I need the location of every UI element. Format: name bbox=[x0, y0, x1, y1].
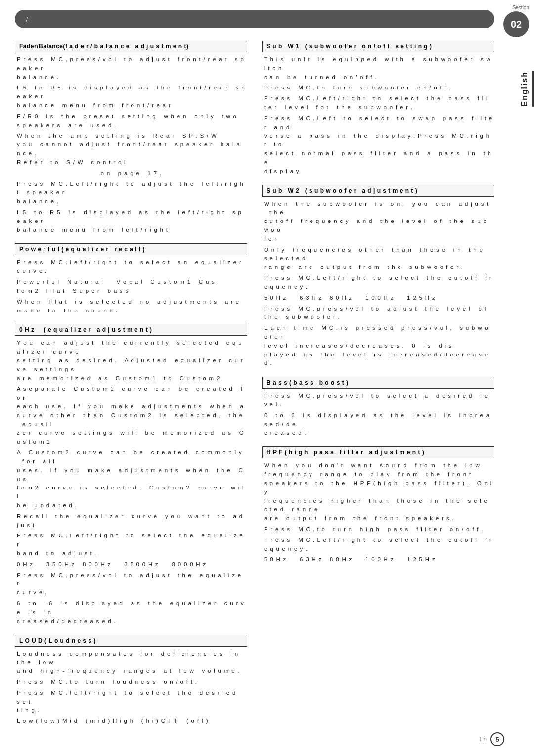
subw1-title: S u b W 1 ( s u b w o o f e r o n / o f … bbox=[262, 41, 494, 52]
section-badge: Section 02 bbox=[503, 5, 529, 37]
fader-balance-section: Fader/Balance(f a d e r / b a l a n c e … bbox=[15, 41, 247, 234]
english-sidebar: English bbox=[519, 40, 534, 138]
footer-page: 5 bbox=[490, 732, 504, 746]
bass-section: B a s s ( b a s s b o o s t ) P r e s s … bbox=[262, 377, 494, 438]
footer-lang: En bbox=[479, 736, 487, 743]
bass-title: B a s s ( b a s s b o o s t ) bbox=[262, 377, 494, 389]
content-grid: Fader/Balance(f a d e r / b a l a n c e … bbox=[15, 41, 494, 735]
powerful-eq-section: P o w e r f u l ( e q u a l i z e r r e … bbox=[15, 243, 247, 315]
section-label: Section bbox=[513, 5, 529, 10]
page-container: Section 02 English ♪ Fader/Balance(f a d… bbox=[0, 0, 534, 756]
subw2-title: S u b W 2 ( s u b w o o f e r a d j u s … bbox=[262, 185, 494, 197]
fader-balance-title: Fader/Balance(f a d e r / b a l a n c e … bbox=[15, 41, 247, 52]
khz-eq-content: Y o u c a n a d j u s t t h e c u r r e … bbox=[15, 339, 247, 625]
right-column: S u b W 1 ( s u b w o o f e r o n / o f … bbox=[262, 41, 494, 735]
subw2-content: W h e n t h e s u b w o o f e r i s o n … bbox=[262, 200, 494, 368]
subw1-content: T h i s u n i t i s e q u i p p e d w i … bbox=[262, 55, 494, 176]
bass-content: P r e s s M C . p r e s s / v o l t o s … bbox=[262, 392, 494, 438]
fader-balance-content: P r e s s M C . p r e s s / v o l t o a … bbox=[15, 55, 247, 234]
powerful-eq-content: P r e s s M C . l e f t / r i g h t t o … bbox=[15, 258, 247, 315]
loudness-section: L O U D ( L o u d n e s s ) L o u d n e … bbox=[15, 635, 247, 726]
loudness-content: L o u d n e s s c o m p e n s a t e s f … bbox=[15, 650, 247, 726]
loudness-title: L O U D ( L o u d n e s s ) bbox=[15, 635, 247, 647]
subw2-section: S u b W 2 ( s u b w o o f e r a d j u s … bbox=[262, 185, 494, 368]
subw1-section: S u b W 1 ( s u b w o o f e r o n / o f … bbox=[262, 41, 494, 176]
powerful-eq-title: P o w e r f u l ( e q u a l i z e r r e … bbox=[15, 243, 247, 255]
hpf-section: H P F ( h i g h p a s s f i l t e r a d … bbox=[262, 446, 494, 564]
header-bar: ♪ bbox=[15, 10, 494, 28]
section-number: 02 bbox=[503, 11, 529, 37]
music-icon: ♪ bbox=[25, 14, 29, 24]
hpf-content: W h e n y o u d o n ' t w a n t s o u n … bbox=[262, 461, 494, 564]
left-column: Fader/Balance(f a d e r / b a l a n c e … bbox=[15, 41, 247, 735]
khz-eq-section: 0 H z ( e q u a l i z e r a d j u s t m … bbox=[15, 324, 247, 625]
language-label: English bbox=[520, 71, 534, 107]
page-footer: En 5 bbox=[479, 732, 504, 746]
khz-eq-title: 0 H z ( e q u a l i z e r a d j u s t m … bbox=[15, 324, 247, 336]
hpf-title: H P F ( h i g h p a s s f i l t e r a d … bbox=[262, 446, 494, 458]
